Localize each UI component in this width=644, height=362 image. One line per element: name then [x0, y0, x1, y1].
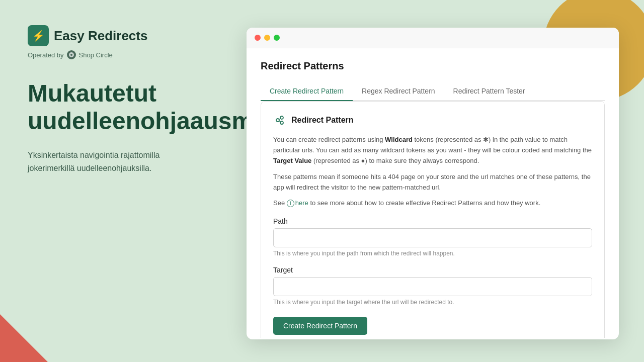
- headline: Mukautetut uudelleenohjaausmallit: [28, 79, 209, 135]
- desc-part3: (represented as ●) to make sure they alw…: [311, 157, 479, 164]
- operated-by: Operated by Shop Circle: [28, 50, 209, 59]
- card-title: Redirect Pattern: [291, 116, 354, 125]
- svg-point-1: [70, 54, 72, 56]
- target-field-group: Target This is where you input the targe…: [273, 266, 592, 306]
- path-help: This is where you input the path from wh…: [273, 250, 592, 257]
- card-header: Redirect Pattern: [273, 114, 592, 127]
- redirect-pattern-icon: [273, 114, 286, 127]
- tab-redirect-pattern-tester[interactable]: Redirect Pattern Tester: [444, 82, 534, 101]
- path-input[interactable]: [273, 228, 592, 247]
- wildcard-bold: Wildcard: [385, 136, 413, 143]
- see-text: See: [273, 199, 287, 207]
- dot-red[interactable]: [255, 35, 261, 41]
- target-input[interactable]: [273, 277, 592, 296]
- tab-regex-redirect-pattern[interactable]: Regex Redirect Pattern: [353, 82, 444, 101]
- target-label: Target: [273, 266, 592, 274]
- logo-container: ⚡ Easy Redirects: [28, 25, 209, 46]
- target-help: This is where you input the target where…: [273, 299, 592, 306]
- subheadline: Yksinkertaista navigointia rajattomilla …: [28, 149, 209, 174]
- logo-text: Easy Redirects: [54, 28, 147, 44]
- redirect-pattern-card: Redirect Pattern You can create redirect…: [261, 101, 605, 338]
- here-link[interactable]: here: [295, 199, 308, 207]
- shop-circle-label: Shop Circle: [79, 51, 113, 59]
- description-2: These patterns mean if someone hits a 40…: [273, 172, 592, 193]
- create-redirect-pattern-button[interactable]: Create Redirect Pattern: [273, 317, 367, 335]
- tabs: Create Redirect Pattern Regex Redirect P…: [261, 82, 605, 101]
- page-title: Redirect Patterns: [261, 60, 605, 72]
- svg-line-6: [279, 121, 281, 122]
- browser-content: Redirect Patterns Create Redirect Patter…: [247, 48, 619, 338]
- see-text2: to see more about how to create effectiv…: [308, 199, 541, 207]
- see-link: See ihere to see more about how to creat…: [273, 199, 592, 207]
- tab-create-redirect-pattern[interactable]: Create Redirect Pattern: [261, 82, 353, 101]
- description-1: You can create redirect patterns using W…: [273, 135, 592, 166]
- info-icon: i: [287, 200, 294, 207]
- dot-green[interactable]: [274, 35, 280, 41]
- left-panel: ⚡ Easy Redirects Operated by Shop Circle…: [0, 0, 236, 362]
- browser-bar: [247, 28, 619, 48]
- browser-window: Redirect Patterns Create Redirect Patter…: [247, 28, 619, 339]
- operated-by-label: Operated by: [28, 51, 64, 59]
- target-value-bold: Target Value: [273, 157, 311, 164]
- svg-point-2: [276, 119, 279, 122]
- shop-circle-icon: [67, 50, 76, 59]
- svg-line-5: [279, 119, 281, 120]
- dot-yellow[interactable]: [264, 35, 270, 41]
- desc-part1: You can create redirect patterns using: [273, 136, 385, 143]
- path-label: Path: [273, 217, 592, 225]
- path-field-group: Path This is where you input the path fr…: [273, 217, 592, 257]
- logo-icon: ⚡: [28, 25, 49, 46]
